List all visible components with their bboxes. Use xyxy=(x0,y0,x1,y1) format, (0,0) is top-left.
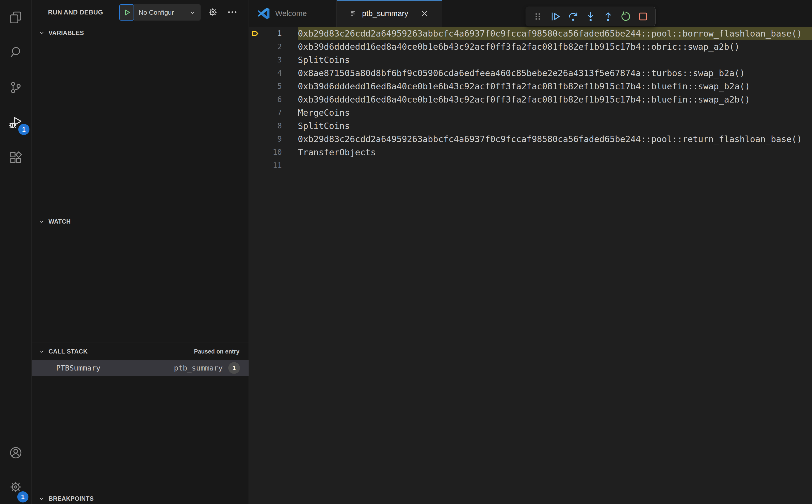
section-label: CALL STACK xyxy=(48,348,88,355)
run-and-debug-sidebar: RUN AND DEBUG No Configur xyxy=(32,0,249,504)
line-number[interactable]: 6 xyxy=(262,93,282,106)
editor-group: Welcome ptb_summary xyxy=(249,0,812,504)
line-number[interactable]: 9 xyxy=(262,132,282,146)
call-stack-section: CALL STACK Paused on entry PTBSummaryptb… xyxy=(32,343,248,490)
debug-step-over-button[interactable] xyxy=(566,9,581,24)
activity-source-control[interactable] xyxy=(0,70,31,105)
activity-accounts[interactable] xyxy=(0,435,31,470)
tab-ptb-summary[interactable]: ptb_summary xyxy=(337,0,442,27)
code-editor[interactable]: 10xb29d83c26cdd2a64959263abbcfc4a6937f0c… xyxy=(249,27,812,504)
code-line-4[interactable]: 40x8ae871505a80d8bf6bf9c05906cda6edfeea4… xyxy=(249,66,812,80)
debug-continue-button[interactable] xyxy=(548,9,563,24)
debug-config-label: No Configur xyxy=(139,9,174,16)
code-line-2[interactable]: 20xb39d6dddedd16ed8a40ce0b1e6b43c92acf0f… xyxy=(249,40,812,53)
launch-control-group: No Configur xyxy=(119,4,201,21)
glyph-margin[interactable] xyxy=(249,159,262,172)
debug-badge: 1 xyxy=(18,124,29,135)
line-text[interactable]: 0xb39d6dddedd16ed8a40ce0b1e6b43c92acf0ff… xyxy=(298,40,812,53)
code-line-10[interactable]: 10TransferObjects xyxy=(249,146,812,159)
editor-tab-bar: Welcome ptb_summary xyxy=(249,0,812,27)
glyph-margin[interactable] xyxy=(249,40,262,53)
line-number[interactable]: 5 xyxy=(262,80,282,93)
line-number[interactable]: 10 xyxy=(262,146,282,159)
glyph-margin[interactable] xyxy=(249,106,262,119)
line-text[interactable]: SplitCoins xyxy=(298,53,812,66)
glyph-margin[interactable] xyxy=(249,132,262,146)
section-label: BREAKPOINTS xyxy=(48,495,94,502)
code-line-6[interactable]: 60xb39d6dddedd16ed8a40ce0b1e6b43c92acf0f… xyxy=(249,93,812,106)
watch-section: WATCH xyxy=(32,213,248,343)
tab-label: ptb_summary xyxy=(362,9,408,18)
line-number[interactable]: 3 xyxy=(262,53,282,66)
close-tab-icon[interactable] xyxy=(420,8,430,19)
glyph-margin[interactable] xyxy=(249,119,262,132)
frame-meta: ptb_summary1 xyxy=(174,362,240,374)
more-actions-icon[interactable] xyxy=(227,7,238,18)
activity-explorer[interactable] xyxy=(0,0,31,35)
glyph-margin[interactable] xyxy=(249,53,262,66)
line-number[interactable]: 7 xyxy=(262,106,282,119)
line-number[interactable]: 2 xyxy=(262,40,282,53)
line-number[interactable]: 11 xyxy=(262,159,282,172)
debug-toolbar xyxy=(526,7,656,26)
chevron-down-icon xyxy=(38,495,45,502)
start-debugging-button[interactable] xyxy=(119,4,134,21)
breakpoints-section: BREAKPOINTS xyxy=(32,490,248,504)
debug-stop-button[interactable] xyxy=(636,9,651,24)
activity-bar-bottom: 1 xyxy=(0,435,31,504)
line-text[interactable]: 0xb39d6dddedd16ed8a40ce0b1e6b43c92acf0ff… xyxy=(298,80,812,93)
launch-settings-gear-icon[interactable] xyxy=(207,7,218,18)
section-label: VARIABLES xyxy=(48,29,84,37)
glyph-margin[interactable] xyxy=(249,80,262,93)
breakpoints-section-header[interactable]: BREAKPOINTS xyxy=(32,490,248,504)
activity-run-and-debug[interactable]: 1 xyxy=(0,105,31,140)
activity-settings[interactable]: 1 xyxy=(0,470,31,504)
line-number[interactable]: 4 xyxy=(262,66,282,80)
activity-search[interactable] xyxy=(0,35,31,70)
line-text[interactable] xyxy=(298,159,812,172)
vscode-logo-icon xyxy=(256,6,271,21)
line-text[interactable]: TransferObjects xyxy=(298,146,812,159)
glyph-margin[interactable] xyxy=(249,146,262,159)
debug-step-out-button[interactable] xyxy=(601,9,616,24)
line-text[interactable]: 0x8ae871505a80d8bf6bf9c05906cda6edfeea46… xyxy=(298,66,812,80)
line-number[interactable]: 8 xyxy=(262,119,282,132)
code-line-7[interactable]: 7MergeCoins xyxy=(249,106,812,119)
activity-extensions[interactable] xyxy=(0,140,31,175)
code-line-5[interactable]: 50xb39d6dddedd16ed8a40ce0b1e6b43c92acf0f… xyxy=(249,80,812,93)
toolbar-drag-handle[interactable] xyxy=(531,9,546,24)
line-text[interactable]: 0xb29d83c26cdd2a64959263abbcfc4a6937f0c9… xyxy=(298,27,812,40)
chevron-down-icon xyxy=(38,218,45,225)
line-text[interactable]: SplitCoins xyxy=(298,119,812,132)
variables-section-header[interactable]: VARIABLES xyxy=(32,24,248,42)
glyph-margin[interactable] xyxy=(249,66,262,80)
code-line-11[interactable]: 11 xyxy=(249,159,812,172)
list-icon xyxy=(349,10,357,17)
tab-label: Welcome xyxy=(275,9,307,18)
call-stack-frame[interactable]: PTBSummaryptb_summary1 xyxy=(32,360,248,376)
line-text[interactable]: MergeCoins xyxy=(298,106,812,119)
extensions-icon xyxy=(9,150,23,165)
glyph-margin[interactable] xyxy=(249,93,262,106)
sidebar-title: RUN AND DEBUG xyxy=(48,0,103,24)
chevron-down-icon xyxy=(38,348,45,355)
line-text[interactable]: 0xb29d83c26cdd2a64959263abbcfc4a6937f0c9… xyxy=(298,132,812,146)
section-label: WATCH xyxy=(48,218,71,225)
line-text[interactable]: 0xb39d6dddedd16ed8a40ce0b1e6b43c92acf0ff… xyxy=(298,93,812,106)
code-line-1[interactable]: 10xb29d83c26cdd2a64959263abbcfc4a6937f0c… xyxy=(249,27,812,40)
debug-step-into-button[interactable] xyxy=(583,9,598,24)
debug-config-dropdown[interactable]: No Configur xyxy=(134,4,201,21)
watch-section-header[interactable]: WATCH xyxy=(32,213,248,230)
debug-restart-button[interactable] xyxy=(618,9,633,24)
tab-welcome[interactable]: Welcome xyxy=(249,0,337,27)
code-line-3[interactable]: 3SplitCoins xyxy=(249,53,812,66)
code-line-9[interactable]: 90xb29d83c26cdd2a64959263abbcfc4a6937f0c… xyxy=(249,132,812,146)
account-icon xyxy=(9,446,23,460)
frame-badge: 1 xyxy=(228,362,240,374)
line-number[interactable]: 1 xyxy=(262,27,282,40)
frame-source: ptb_summary xyxy=(174,364,223,372)
play-icon xyxy=(122,8,131,17)
activity-bar: 1 xyxy=(0,0,32,504)
code-line-8[interactable]: 8SplitCoins xyxy=(249,119,812,132)
call-stack-section-header[interactable]: CALL STACK Paused on entry xyxy=(32,343,248,360)
